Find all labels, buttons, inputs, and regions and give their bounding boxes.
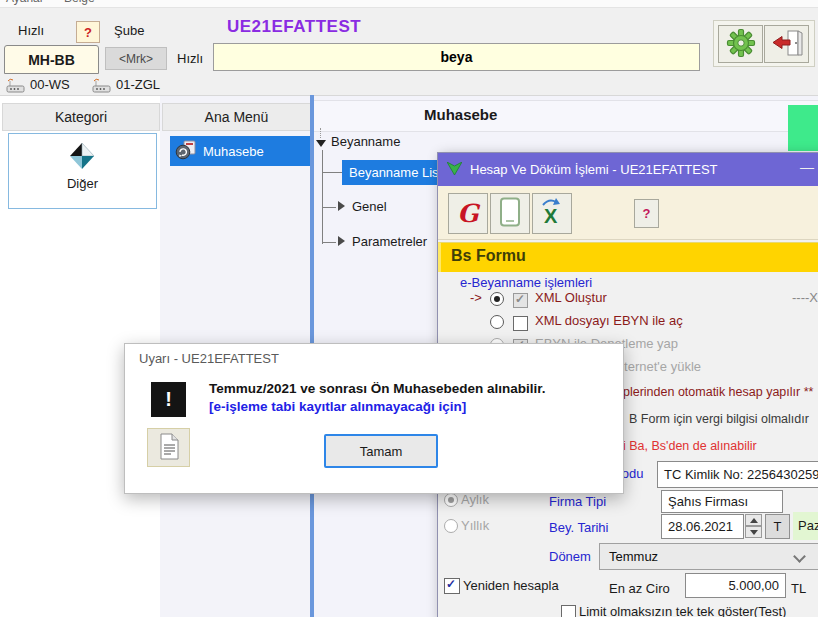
yeniden-hesapla-label[interactable]: Yeniden hesapla (463, 578, 559, 593)
exit-door-icon (771, 29, 803, 60)
tree-item-beyanname-listesi[interactable]: Beyanname Lis (342, 160, 442, 185)
ana-menu-item-muhasebe[interactable]: Muhasebe (170, 136, 310, 166)
connection-label: 01-ZGL (116, 77, 160, 92)
sube-label: Şube (114, 23, 144, 38)
warning-icon: ! (151, 382, 186, 417)
tree-item-parametreler[interactable]: Parametreler (352, 234, 427, 249)
window-titlebar[interactable]: Hesap Ve Döküm İşlemi - UE21EFATTEST — (438, 153, 818, 186)
help-button[interactable]: ? (76, 21, 100, 43)
tree-connector (322, 172, 342, 173)
excel-icon: X (539, 198, 565, 229)
checkbox-xml-olustur[interactable] (513, 293, 528, 308)
en-az-ciro-label: En az Ciro (609, 581, 670, 596)
radio-aylik[interactable] (444, 493, 458, 507)
firma-tipi-label: Firma Tipi (549, 494, 606, 509)
window-help-button[interactable]: ? (634, 199, 659, 228)
menu-item-belge[interactable]: Belge (64, 0, 95, 5)
exit-button[interactable] (764, 25, 809, 63)
ebeyanname-group-label: e-Beyanname işlemleri (460, 275, 592, 290)
date-field[interactable]: 28.06.2021 (661, 514, 744, 539)
dialog-message-line1: Temmuz/2021 ve sonrası Ön Muhasebeden al… (209, 381, 546, 396)
copy-message-button[interactable] (147, 428, 190, 467)
tree-collapsed-icon[interactable] (338, 201, 345, 211)
tree-expand-icon[interactable] (316, 140, 326, 147)
calculator-icon (175, 140, 197, 163)
tamam-button[interactable]: Tamam (324, 434, 438, 468)
stepper-up-icon[interactable] (745, 514, 762, 526)
ciro-field[interactable]: 5.000,00 (685, 573, 786, 598)
currency-label: TL (791, 581, 806, 596)
hizli2-label: Hızlı (177, 51, 203, 66)
note-ba-bs: i Ba, Bs'den de alınabilir (623, 439, 757, 453)
note-otomatik-hesap: plerinden otomatik hesap yapılır ** (623, 385, 813, 399)
option-label-xml-ebyn[interactable]: XML dosyayı EBYN ile aç (535, 313, 683, 328)
donem-selected-value: Temmuz (609, 549, 658, 564)
ana-menu-item-label: Muhasebe (203, 144, 264, 159)
weekday-chip: Paz (793, 512, 818, 540)
branch-tab-mhbb[interactable]: MH-BB (4, 45, 99, 74)
calendar-t-button[interactable]: T (765, 514, 790, 539)
diamond-icon (67, 141, 97, 174)
uyari-dialog: Uyarı - UE21EFATTEST ! Temmuz/2021 ve so… (124, 343, 624, 494)
app-logo-icon (447, 162, 462, 178)
dialog-title: Uyarı - UE21EFATTEST (139, 351, 279, 366)
menubar: Ayarlar Belge (0, 0, 818, 8)
connection-label: 00-WS (30, 77, 70, 92)
tree-root-beyanname[interactable]: Beyanname (331, 134, 400, 149)
radio-yillik[interactable] (444, 519, 458, 533)
chevron-down-icon (793, 550, 806, 563)
tc-kimlik-field[interactable]: TC Kimlik No: 2256430259 (657, 461, 818, 488)
settings-button[interactable] (718, 25, 763, 63)
phone-icon (498, 197, 522, 230)
kategori-item-diger[interactable]: Diğer (8, 133, 157, 209)
tree-item-genel[interactable]: Genel (352, 199, 387, 214)
yeniden-hesapla-checkbox[interactable] (444, 578, 460, 594)
weekday-label: Paz (798, 518, 818, 533)
panel-title: Muhasebe (424, 106, 497, 123)
limit-checkbox[interactable] (561, 605, 576, 617)
section-header-bar: Bs Formu (438, 242, 818, 272)
aylik-label: Aylık (461, 492, 489, 507)
mrk-badge[interactable]: <Mrk> (105, 47, 167, 70)
note-vergi-bilgisi: B Form için vergi bilgisi olmalıdır (629, 412, 809, 426)
dialog-message-line2: [e-işleme tabi kayıtlar alınmayacağı içi… (209, 399, 466, 414)
donem-dropdown[interactable]: Temmuz (599, 543, 818, 570)
tree-dotted-line (320, 128, 321, 138)
go-logo-icon: G (457, 201, 478, 226)
donem-label: Dönem (549, 549, 591, 564)
document-icon (158, 433, 180, 463)
svg-text:X: X (544, 205, 558, 226)
date-stepper[interactable] (745, 514, 763, 539)
limit-checkbox-label[interactable]: Limit olmaksızın tek tek göster(Test) (579, 604, 786, 617)
tree-connector (322, 207, 336, 208)
firma-tipi-field[interactable]: Şahıs Firması (661, 490, 783, 513)
bey-tarihi-label: Bey. Tarihi (549, 520, 609, 535)
go-app-button[interactable]: G (448, 193, 488, 234)
router-icon (6, 77, 26, 97)
option-suffix: ----X (792, 290, 818, 305)
yillik-label: Yıllık (461, 518, 489, 533)
page-title: UE21EFATTEST (227, 17, 361, 37)
hizli-label: Hızlı (18, 23, 44, 38)
minimize-button[interactable]: — (800, 159, 814, 175)
stepper-down-icon[interactable] (745, 526, 762, 538)
radio-xml-olustur[interactable] (490, 292, 504, 306)
excel-export-button[interactable]: X (532, 193, 572, 234)
selected-arrow: -> (470, 290, 482, 305)
panel-header-bar (314, 100, 818, 132)
window-toolbar: G X ? (438, 186, 818, 240)
checkbox-xml-ebyn[interactable] (513, 316, 528, 331)
tree-connector (322, 242, 336, 243)
menu-item-ayarlar[interactable]: Ayarlar (6, 0, 44, 5)
tree-collapsed-icon[interactable] (338, 236, 345, 246)
option-label-xml-olustur[interactable]: XML Oluştur (535, 290, 607, 305)
window-title: Hesap Ve Döküm İşlemi - UE21EFATTEST (470, 162, 718, 177)
router-icon (92, 77, 112, 97)
ana-menu-header: Ana Menü (162, 103, 311, 131)
section-title: Bs Formu (451, 247, 526, 265)
kategori-header: Kategori (2, 103, 160, 131)
radio-xml-ebyn[interactable] (490, 315, 504, 329)
gear-icon (726, 28, 756, 61)
quick-search-input[interactable] (213, 43, 700, 71)
mobile-button[interactable] (490, 193, 530, 234)
